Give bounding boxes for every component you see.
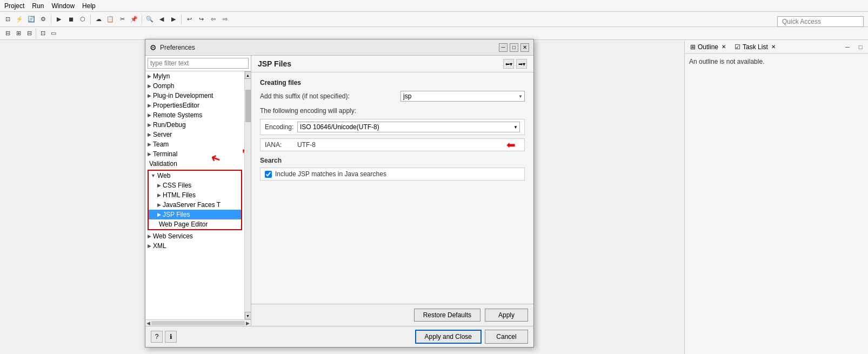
nav-forward-btn[interactable]: ➡▾ xyxy=(516,59,527,69)
menu-project[interactable]: Project xyxy=(4,2,24,10)
quick-access-input[interactable] xyxy=(777,16,864,27)
dialog-close-btn[interactable]: ✕ xyxy=(520,43,529,52)
toolbar-btn-18[interactable]: ⇨ xyxy=(219,14,230,25)
toolbar-btn-13[interactable]: ◀ xyxy=(156,14,167,25)
dialog-controls: ─ □ ✕ xyxy=(499,43,529,52)
toolbar-btn-3[interactable]: 🔄 xyxy=(26,14,37,25)
tree-item-remote-sys[interactable]: ▶ Remote Systems xyxy=(145,110,244,120)
jsp-checkbox[interactable] xyxy=(265,171,272,178)
tree-hscroll: ◀ ▶ xyxy=(145,319,251,326)
tree-item-validation[interactable]: Validation xyxy=(145,159,244,169)
footer-right: Apply and Close Cancel xyxy=(415,330,528,344)
apply-btn[interactable]: Apply xyxy=(485,309,528,322)
tree-item-oomph[interactable]: ▶ Oomph xyxy=(145,81,244,91)
vscroll-track xyxy=(245,79,251,312)
tree-vscroll[interactable]: ▲ ▼ xyxy=(244,71,251,319)
tree-item-xml[interactable]: ▶ XML xyxy=(145,241,244,251)
toolbar-btn-10[interactable]: ✂ xyxy=(117,14,128,25)
toolbar-btn-17[interactable]: ⇦ xyxy=(208,14,218,25)
tree-filter-input[interactable] xyxy=(148,58,249,69)
toolbar-btn-6[interactable]: ◼ xyxy=(65,14,76,25)
web-group-box: ▼ Web ▶ CSS Files ▶ HTML Files ▶ xyxy=(148,170,242,230)
content-header: JSP Files ⬅▾ ➡▾ xyxy=(251,56,533,72)
toolbar-btn-15[interactable]: ↩ xyxy=(184,14,195,25)
arrow-props-editor: ▶ xyxy=(148,103,151,108)
toolbar-btn-4[interactable]: ⚙ xyxy=(38,14,49,25)
menu-run[interactable]: Run xyxy=(32,2,44,10)
arrow-plugin-dev: ▶ xyxy=(148,93,151,98)
toolbar-btn-8[interactable]: ☁ xyxy=(93,14,104,25)
cancel-btn[interactable]: Cancel xyxy=(485,330,528,344)
iana-row: IANA: UTF-8 ⬅ xyxy=(260,138,525,151)
toolbar-btn-1[interactable]: ⊡ xyxy=(2,14,13,25)
arrow-xml: ▶ xyxy=(148,243,151,249)
vscroll-up[interactable]: ▲ xyxy=(245,71,251,79)
restore-defaults-btn[interactable]: Restore Defaults xyxy=(414,309,480,322)
right-panel-minimize[interactable]: ─ xyxy=(842,42,853,52)
jsp-checkbox-label: Include JSP matches in Java searches xyxy=(275,170,386,178)
tab-tasklist[interactable]: ☑ Task List ✕ xyxy=(731,42,779,52)
right-panel: ⊞ Outline ✕ ☑ Task List ✕ ─ □ An outline… xyxy=(684,41,868,354)
vscroll-thumb[interactable] xyxy=(245,90,251,122)
tree-item-jsf[interactable]: ▶ JavaServer Faces T xyxy=(149,200,241,210)
tree-item-terminal[interactable]: ▶ Terminal xyxy=(145,149,244,159)
tree-item-mylyn[interactable]: ▶ Mylyn xyxy=(145,71,244,81)
toolbar2-btn-5[interactable]: ▭ xyxy=(48,28,59,39)
quick-access-box[interactable] xyxy=(777,16,864,27)
nav-back-btn[interactable]: ⬅▾ xyxy=(503,59,514,69)
dialog-maximize-btn[interactable]: □ xyxy=(510,43,518,52)
toolbar2-btn-3[interactable]: ⊟ xyxy=(24,28,35,39)
tree-item-html-files[interactable]: ▶ HTML Files xyxy=(149,190,241,200)
tree-item-web-services[interactable]: ▶ Web Services xyxy=(145,231,244,241)
tasklist-close-icon[interactable]: ✕ xyxy=(771,44,776,50)
right-panel-content: An outline is not available. xyxy=(685,54,868,70)
hscroll-thumb[interactable] xyxy=(151,321,245,325)
tasklist-icon: ☑ xyxy=(735,43,740,51)
tree-item-plugin-dev[interactable]: ▶ Plug-in Development xyxy=(145,91,244,101)
tree-item-run-debug[interactable]: ▶ Run/Debug xyxy=(145,120,244,130)
hscroll-right[interactable]: ▶ xyxy=(246,320,250,326)
menu-help[interactable]: Help xyxy=(82,2,96,10)
encoding-select[interactable]: ISO 10646/Unicode(UTF-8) UTF-8 ISO-8859-… xyxy=(297,122,520,132)
suffix-select[interactable]: jsp html xhtml xyxy=(400,91,525,102)
tree-item-props-editor[interactable]: ▶ PropertiesEditor xyxy=(145,101,244,110)
arrow-web-services: ▶ xyxy=(148,233,151,239)
toolbar-btn-16[interactable]: ↪ xyxy=(196,14,206,25)
arrow-terminal: ▶ xyxy=(148,151,151,157)
right-panel-tabs: ⊞ Outline ✕ ☑ Task List ✕ ─ □ xyxy=(685,41,868,54)
apply-and-close-btn[interactable]: Apply and Close xyxy=(415,330,482,344)
outline-close-icon[interactable]: ✕ xyxy=(722,44,726,50)
iana-label: IANA: xyxy=(265,141,297,149)
dialog-minimize-btn[interactable]: ─ xyxy=(499,43,508,52)
help-icon-btn[interactable]: ? xyxy=(151,331,163,343)
iana-red-arrow: ⬅ xyxy=(506,138,516,151)
hscroll-left[interactable]: ◀ xyxy=(146,320,150,326)
tree-item-server[interactable]: ▶ Server xyxy=(145,130,244,139)
outline-icon: ⊞ xyxy=(690,43,696,51)
toolbar-btn-11[interactable]: 📌 xyxy=(129,14,139,25)
toolbar-btn-12[interactable]: 🔍 xyxy=(144,14,155,25)
toolbar2-btn-1[interactable]: ⊟ xyxy=(2,28,13,39)
info-icon-btn[interactable]: ℹ xyxy=(165,331,177,343)
toolbar2-btn-2[interactable]: ⊞ xyxy=(13,28,24,39)
tree-item-jsp-files[interactable]: ▶ JSP Files xyxy=(149,210,241,219)
right-panel-maximize[interactable]: □ xyxy=(855,42,866,52)
toolbar-btn-9[interactable]: 📋 xyxy=(105,14,116,25)
arrow-web: ▼ xyxy=(151,173,156,178)
menu-window[interactable]: Window xyxy=(51,2,75,10)
toolbar-btn-14[interactable]: ▶ xyxy=(168,14,179,25)
checkbox-row: Include JSP matches in Java searches xyxy=(260,168,525,181)
arrow-remote-sys: ▶ xyxy=(148,112,151,118)
arrow-mylyn: ▶ xyxy=(148,74,151,79)
toolbar2-sep xyxy=(36,29,36,38)
toolbar-btn-2[interactable]: ⚡ xyxy=(14,14,25,25)
tree-item-web[interactable]: ▼ Web xyxy=(149,171,241,181)
toolbar-btn-5[interactable]: ▶ xyxy=(54,14,64,25)
toolbar-btn-7[interactable]: ⬡ xyxy=(77,14,88,25)
vscroll-down[interactable]: ▼ xyxy=(245,312,251,319)
tree-item-web-page-editor[interactable]: Web Page Editor xyxy=(149,219,241,229)
toolbar2-btn-4[interactable]: ⊡ xyxy=(37,28,48,39)
tree-item-css-files[interactable]: ▶ CSS Files xyxy=(149,181,241,190)
tab-outline[interactable]: ⊞ Outline ✕ xyxy=(687,42,729,52)
tree-item-team[interactable]: ▶ Team xyxy=(145,139,244,149)
